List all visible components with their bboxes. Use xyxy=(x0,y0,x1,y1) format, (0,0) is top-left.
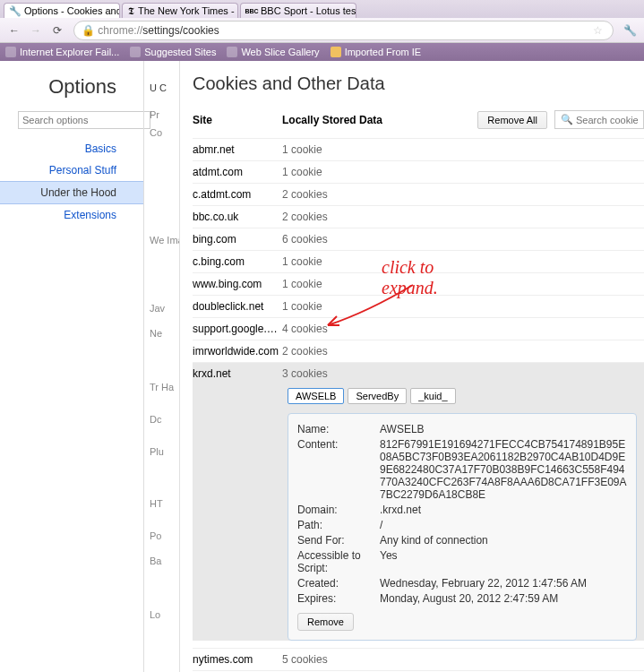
nyt-icon: 𝕿 xyxy=(128,5,134,16)
cookie-row[interactable]: doubleclick.net1 cookie xyxy=(193,295,644,317)
cookie-data: 1 cookie xyxy=(282,143,644,156)
page-icon xyxy=(5,47,16,57)
sidebar: Options Basics Personal Stuff Under the … xyxy=(0,61,143,672)
sidebar-item-basics[interactable]: Basics xyxy=(0,138,143,159)
cookie-chip[interactable]: _kuid_ xyxy=(410,388,455,404)
page-icon xyxy=(130,47,141,57)
tab-label: Options - Cookies and Othe xyxy=(24,5,120,16)
cookie-data: 1 cookie xyxy=(282,278,644,290)
tab-label: BBC Sport - Lotus testing h xyxy=(261,5,356,16)
bbc-icon: BBC xyxy=(246,5,257,16)
content-pane: Cookies and Other Data Site Locally Stor… xyxy=(179,61,644,672)
middle-pane: U C Pr Co We Ima Jav Ne Tr Ha Dc Plu HT … xyxy=(143,61,179,672)
cookie-row[interactable]: atdmt.com1 cookie xyxy=(193,160,644,183)
cookie-site: c.atdmt.com xyxy=(193,188,282,201)
sidebar-item-extensions[interactable]: Extensions xyxy=(0,204,143,226)
cookie-chip[interactable]: AWSELB xyxy=(288,388,344,404)
cookie-row[interactable]: abmr.net1 cookie xyxy=(193,138,644,160)
cookie-site: bbc.co.uk xyxy=(193,211,282,223)
cookie-row[interactable]: nytimes.com5 cookies xyxy=(193,648,644,670)
remove-cookie-button[interactable]: Remove xyxy=(297,613,354,631)
cookie-row-expanded[interactable]: krxd.net 3 cookies AWSELBServedBy_kuid_ … xyxy=(193,362,644,641)
search-icon: 🔍 xyxy=(561,114,573,125)
sidebar-item-personal[interactable]: Personal Stuff xyxy=(0,159,143,181)
tab-bbc[interactable]: BBC BBC Sport - Lotus testing h × xyxy=(240,3,356,18)
bookmark-imported[interactable]: Imported From IE xyxy=(331,47,422,57)
wrench-icon: 🔧 xyxy=(10,5,21,16)
cookie-row[interactable]: c.bing.com1 cookie xyxy=(193,250,644,272)
star-icon[interactable]: ☆ xyxy=(593,24,605,37)
cookie-data: 2 cookies xyxy=(282,345,644,358)
cookie-header: Site Locally Stored Data Remove All 🔍 xyxy=(193,110,644,129)
bookmark-ie-fail[interactable]: Internet Explorer Fail... xyxy=(5,47,119,57)
col-site-header: Site xyxy=(193,114,282,126)
cookie-data: 2 cookies xyxy=(282,188,644,201)
cookie-row[interactable]: www.bing.com1 cookie xyxy=(193,272,644,295)
sidebar-item-under-hood[interactable]: Under the Hood xyxy=(0,181,143,204)
cookie-data: 3 cookies xyxy=(282,367,644,380)
col-data-header: Locally Stored Data xyxy=(282,114,477,126)
page-icon xyxy=(227,47,237,57)
back-button[interactable]: ← xyxy=(5,22,23,39)
globe-icon: 🔒 xyxy=(82,24,95,37)
cookie-row[interactable]: bing.com6 cookies xyxy=(193,228,644,250)
content-title: Cookies and Other Data xyxy=(193,73,644,94)
bookmark-webslice[interactable]: Web Slice Gallery xyxy=(227,47,319,57)
cookie-site: support.google.com xyxy=(193,323,282,335)
cookie-data: 1 cookie xyxy=(282,255,644,268)
cookie-site: doubleclick.net xyxy=(193,300,282,313)
reload-button[interactable]: ⟳ xyxy=(48,22,66,39)
main: Options Basics Personal Stuff Under the … xyxy=(0,61,644,672)
tab-options[interactable]: 🔧 Options - Cookies and Othe × xyxy=(4,3,120,18)
cookie-row[interactable]: c.atdmt.com2 cookies xyxy=(193,183,644,205)
tab-label: The New York Times - Brea xyxy=(138,5,238,16)
cookie-row[interactable]: bbc.co.uk2 cookies xyxy=(193,205,644,228)
search-options-input[interactable] xyxy=(18,111,150,129)
cookie-site: abmr.net xyxy=(193,143,282,156)
toolbar: ← → ⟳ 🔒 chrome://settings/cookies ☆ 🔧 xyxy=(0,18,644,43)
search-cookies-input[interactable] xyxy=(576,115,638,125)
cookie-data: 2 cookies xyxy=(282,211,644,223)
cookie-row[interactable]: support.google.com4 cookies xyxy=(193,317,644,340)
cookie-data: 5 cookies xyxy=(282,653,644,666)
cookie-site: imrworldwide.com xyxy=(193,345,282,358)
url-prefix: chrome:// xyxy=(98,24,142,37)
cookie-data: 1 cookie xyxy=(282,300,644,313)
cookie-data: 4 cookies xyxy=(282,323,644,335)
cookie-chip[interactable]: ServedBy xyxy=(348,388,407,404)
url-bar[interactable]: 🔒 chrome://settings/cookies ☆ xyxy=(73,21,614,40)
cookie-site: nytimes.com xyxy=(193,653,282,666)
bookmarks-bar: Internet Explorer Fail... Suggested Site… xyxy=(0,43,644,61)
cookie-data: 6 cookies xyxy=(282,233,644,246)
cookie-site: www.bing.com xyxy=(193,278,282,290)
cookie-chips: AWSELBServedBy_kuid_ xyxy=(193,384,644,408)
bookmark-suggested[interactable]: Suggested Sites xyxy=(130,47,216,57)
tab-nytimes[interactable]: 𝕿 The New York Times - Brea × xyxy=(122,3,238,18)
cookie-site: krxd.net xyxy=(193,367,282,380)
cookie-site: atdmt.com xyxy=(193,166,282,178)
remove-all-button[interactable]: Remove All xyxy=(477,111,547,129)
cookie-data: 1 cookie xyxy=(282,166,644,178)
search-cookies-field[interactable]: 🔍 xyxy=(554,110,644,129)
cookie-site: bing.com xyxy=(193,233,282,246)
forward-button[interactable]: → xyxy=(27,22,45,39)
cookie-table: abmr.net1 cookieatdmt.com1 cookiec.atdmt… xyxy=(193,138,644,672)
cookie-row[interactable]: imrworldwide.com2 cookies xyxy=(193,340,644,362)
wrench-menu-button[interactable]: 🔧 xyxy=(621,22,639,39)
cookie-detail: Name:AWSELB Content:812F67991E191694271F… xyxy=(288,413,637,641)
cookie-site: c.bing.com xyxy=(193,255,282,268)
tab-bar: 🔧 Options - Cookies and Othe × 𝕿 The New… xyxy=(0,0,644,18)
url-path: settings/cookies xyxy=(142,24,219,37)
page-title: Options xyxy=(0,75,143,111)
folder-icon xyxy=(331,47,341,57)
